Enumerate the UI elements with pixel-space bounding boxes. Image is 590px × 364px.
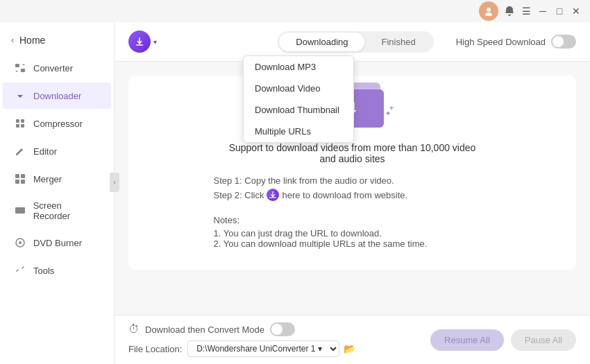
step1-text: Step 1: Copy the link from the audio or … [214, 175, 394, 186]
open-folder-button[interactable]: 📂 [344, 343, 355, 354]
compressor-label: Compressor [33, 119, 83, 129]
merger-label: Merger [33, 174, 62, 184]
svg-rect-9 [21, 174, 25, 178]
svg-point-0 [487, 8, 491, 12]
sidebar-item-converter[interactable]: Converter [3, 55, 111, 81]
titlebar: ☰ ─ □ ✕ [0, 0, 590, 22]
dropdown-item-thumbnail[interactable]: Download Thumbnail [244, 99, 353, 121]
file-location-value: D:\Wondershare UniConverter 1 ▾ 📂 [187, 340, 355, 357]
svg-point-1 [485, 12, 492, 16]
dropdown-item-mp3[interactable]: Download MP3 [244, 56, 353, 78]
downloader-type-button[interactable]: ▾ [128, 31, 157, 53]
minimize-button[interactable]: ─ [534, 3, 551, 19]
close-button[interactable]: ✕ [568, 3, 584, 19]
sidebar-item-dvd-burner[interactable]: DVD Burner [3, 229, 111, 256]
convert-mode-toggle[interactable] [270, 322, 295, 336]
footer: ⏱ Download then Convert Mode File Locati… [115, 315, 590, 364]
sidebar-item-merger[interactable]: Merger [3, 166, 111, 192]
dvd-burner-label: DVD Burner [33, 238, 82, 248]
svg-rect-4 [16, 119, 19, 123]
note2: 2. You can download multiple URLs at the… [214, 239, 491, 249]
svg-rect-8 [15, 174, 19, 178]
svg-rect-6 [16, 124, 19, 128]
steps-section: Step 1: Copy the link from the audio or … [214, 175, 491, 204]
back-arrow-icon: ‹ [11, 35, 14, 45]
screen-recorder-icon [14, 205, 26, 217]
resume-all-button[interactable]: Resume All [430, 329, 504, 351]
main-header: ▾ Download MP3 Download Video Download T… [115, 22, 590, 62]
step2-prefix: Step 2: Click [214, 190, 264, 200]
converter-label: Converter [33, 63, 73, 73]
step2: Step 2: Click here to download from webs… [214, 189, 491, 201]
downloader-circle-icon [128, 31, 151, 53]
file-location-row: File Location: D:\Wondershare UniConvert… [128, 340, 419, 357]
sidebar-item-editor[interactable]: Editor [3, 138, 111, 164]
step1: Step 1: Copy the link from the audio or … [214, 175, 491, 186]
main-content: ▾ Download MP3 Download Video Download T… [115, 0, 590, 364]
file-location-select[interactable]: D:\Wondershare UniConverter 1 ▾ [187, 340, 339, 357]
svg-rect-2 [15, 64, 19, 67]
tab-bar: Downloading Finished [278, 31, 433, 53]
editor-label: Editor [33, 146, 57, 157]
downloader-label: Downloader [33, 91, 81, 101]
dropdown-arrow-icon: ▾ [153, 38, 157, 46]
notification-icon[interactable] [501, 3, 518, 19]
screen-recorder-label: Screen Recorder [33, 200, 100, 221]
tab-downloading[interactable]: Downloading [279, 33, 364, 51]
sidebar-item-screen-recorder[interactable]: Screen Recorder [3, 193, 111, 228]
sidebar-item-tools[interactable]: Tools [3, 257, 111, 284]
compressor-icon [14, 117, 26, 130]
sidebar-item-compressor[interactable]: Compressor [3, 110, 111, 137]
home-button[interactable]: ‹ Home [0, 29, 114, 51]
high-speed-label: High Speed Download [456, 37, 546, 47]
svg-rect-11 [21, 180, 25, 184]
svg-rect-5 [21, 119, 24, 123]
notes-title: Notes: [214, 215, 491, 225]
svg-rect-7 [21, 124, 24, 128]
editor-icon [14, 145, 26, 157]
tools-icon [14, 264, 26, 277]
step2-suffix: here to download from website. [282, 190, 407, 200]
notes-section: Notes: 1. You can just drag the URL to d… [214, 215, 491, 249]
dvd-burner-icon [14, 236, 26, 249]
svg-rect-10 [15, 180, 19, 184]
downloader-icon [14, 89, 26, 102]
sidebar-collapse-button[interactable]: ‹ [110, 173, 119, 192]
high-speed-toggle[interactable] [551, 35, 576, 49]
note1: 1. You can just drag the URL to download… [214, 228, 491, 239]
dropdown-menu: Download MP3 Download Video Download Thu… [243, 55, 354, 143]
sidebar: ‹ Home Converter Downloader [0, 0, 115, 364]
menu-icon[interactable]: ☰ [518, 3, 534, 19]
footer-left: ⏱ Download then Convert Mode File Locati… [128, 322, 419, 357]
pause-all-button[interactable]: Pause All [511, 329, 576, 351]
info-title: Support to download videos from more tha… [228, 142, 478, 164]
file-location-label: File Location: [128, 344, 182, 354]
dropdown-item-multiple[interactable]: Multiple URLs [244, 121, 353, 142]
user-avatar [479, 1, 498, 21]
high-speed-section: High Speed Download [456, 35, 576, 49]
merger-icon [14, 173, 26, 185]
maximize-button[interactable]: □ [551, 3, 568, 19]
svg-point-15 [19, 241, 22, 244]
convert-mode-row: ⏱ Download then Convert Mode [128, 322, 419, 336]
svg-point-13 [19, 209, 22, 211]
sparkle-3-icon: ✦ [385, 110, 391, 117]
footer-buttons: Resume All Pause All [430, 329, 576, 351]
tab-finished[interactable]: Finished [364, 33, 432, 51]
tools-label: Tools [33, 266, 54, 276]
sidebar-item-downloader[interactable]: Downloader [3, 83, 111, 109]
step2-icon [267, 189, 279, 201]
timer-icon: ⏱ [128, 323, 140, 336]
svg-rect-3 [21, 69, 25, 72]
converter-icon [14, 62, 26, 74]
convert-mode-label: Download then Convert Mode [145, 324, 264, 335]
home-label: Home [19, 35, 45, 46]
dropdown-item-video[interactable]: Download Video [244, 78, 353, 99]
